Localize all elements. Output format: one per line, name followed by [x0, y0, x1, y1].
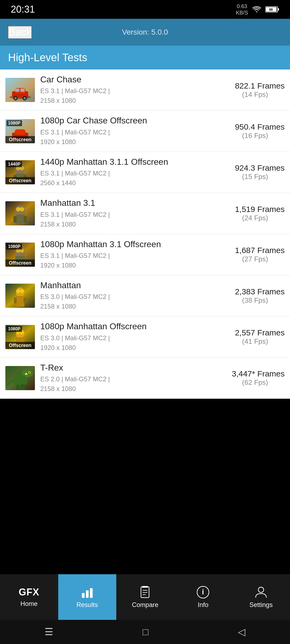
- test-info: 1080p Manhattan Offscreen ES 3.0 | Mali-…: [40, 321, 226, 352]
- test-result: 924.3 Frames (15 Fps): [226, 163, 285, 181]
- test-thumbnail: [5, 366, 35, 390]
- test-name: 1080p Car Chase Offscreen: [40, 115, 226, 126]
- compare-icon: [138, 586, 152, 599]
- result-fps: (24 Fps): [226, 214, 285, 222]
- list-item[interactable]: Manhattan 3.1 ES 3.1 | Mali-G57 MC2 |215…: [0, 193, 290, 234]
- section-title: High-Level Tests: [8, 52, 87, 63]
- nav-label-settings: Settings: [249, 601, 273, 609]
- result-frames: 2,383 Frames: [226, 287, 285, 296]
- test-info: Manhattan 3.1 ES 3.1 | Mali-G57 MC2 |215…: [40, 198, 226, 229]
- sys-back-button[interactable]: ◁: [238, 626, 245, 638]
- list-item[interactable]: 1080P Offscreen 1080p Manhattan 3.1 Offs…: [0, 234, 290, 275]
- nav-item-results[interactable]: Results: [58, 574, 116, 620]
- svg-rect-46: [14, 298, 17, 303]
- test-list: Car Chase ES 3.1 | Mali-G57 MC2 |2158 x …: [0, 69, 290, 399]
- svg-rect-62: [82, 593, 85, 598]
- result-frames: 924.3 Frames: [226, 163, 285, 173]
- result-fps: (38 Fps): [226, 296, 285, 305]
- svg-rect-34: [13, 216, 17, 223]
- test-info: Manhattan ES 3.0 | Mali-G57 MC2 |2158 x …: [40, 280, 226, 311]
- status-bar: 20:31 0.63KB/S 98: [0, 0, 290, 19]
- test-details: ES 3.1 | Mali-G57 MC2 |1920 x 1080: [40, 251, 226, 270]
- sys-home-button[interactable]: □: [143, 626, 148, 638]
- result-fps: (41 Fps): [226, 337, 285, 346]
- section-header: High-Level Tests: [0, 46, 290, 69]
- result-frames: 2,557 Frames: [226, 328, 285, 337]
- test-result: 822.1 Frames (14 Fps): [226, 81, 285, 99]
- results-icon: [81, 586, 94, 599]
- battery-icon: 98: [265, 6, 279, 13]
- nav-label-results: Results: [77, 601, 98, 609]
- test-thumbnail: [5, 201, 35, 225]
- svg-point-72: [258, 587, 264, 592]
- svg-text:i: i: [202, 588, 204, 596]
- svg-rect-35: [24, 216, 27, 223]
- test-name: 1440p Manhattan 3.1.1 Offscreen: [40, 157, 226, 167]
- sys-menu-button[interactable]: ☰: [45, 626, 53, 638]
- svg-rect-63: [86, 590, 89, 598]
- result-fps: (62 Fps): [226, 378, 285, 387]
- svg-point-57: [29, 372, 30, 373]
- nav-item-settings[interactable]: Settings: [232, 574, 290, 620]
- system-nav-bar: ☰ □ ◁: [0, 620, 290, 644]
- test-details: ES 3.1 | Mali-G57 MC2 |2158 x 1080: [40, 86, 226, 105]
- test-info: 1080p Car Chase Offscreen ES 3.1 | Mali-…: [40, 115, 226, 147]
- test-details: ES 3.1 | Mali-G57 MC2 |2158 x 1080: [40, 210, 226, 229]
- res-label: 1080P: [6, 326, 22, 332]
- nav-item-home[interactable]: GFX Home: [0, 574, 58, 620]
- status-icons: 0.63KB/S 98: [236, 3, 279, 16]
- speed-indicator: 0.63KB/S: [236, 3, 248, 16]
- svg-rect-43: [16, 296, 24, 307]
- nav-label-home: Home: [20, 600, 38, 608]
- list-item[interactable]: 1440P Offscreen 1440p Manhattan 3.1.1 Of…: [0, 152, 290, 193]
- nav-item-info[interactable]: i Info: [174, 574, 232, 620]
- test-name: Manhattan 3.1: [40, 198, 226, 208]
- res-label: 1080P: [6, 120, 22, 126]
- res-label: 1440P: [6, 161, 22, 167]
- result-frames: 1,519 Frames: [226, 205, 285, 214]
- test-result: 1,687 Frames (27 Fps): [226, 246, 285, 263]
- test-result: 2,557 Frames (41 Fps): [226, 328, 285, 346]
- svg-rect-17: [15, 129, 26, 135]
- svg-rect-60: [21, 384, 25, 390]
- header: Back Version: 5.0.0: [0, 19, 290, 46]
- info-icon: i: [196, 586, 210, 599]
- svg-rect-31: [15, 215, 25, 224]
- test-details: ES 2.0 | Mali-G57 MC2 |2158 x 1080: [40, 374, 226, 394]
- list-item[interactable]: Manhattan ES 3.0 | Mali-G57 MC2 |2158 x …: [0, 275, 290, 316]
- svg-rect-59: [16, 385, 20, 390]
- bottom-nav: GFX Home Results Compare i Info: [0, 574, 290, 620]
- svg-rect-64: [90, 588, 93, 598]
- svg-point-44: [16, 289, 20, 293]
- test-name: 1080p Manhattan Offscreen: [40, 321, 226, 331]
- test-details: ES 3.1 | Mali-G57 MC2 |1920 x 1080: [40, 127, 226, 147]
- result-frames: 950.4 Frames: [226, 122, 285, 131]
- offscreen-label: Offscreen: [5, 136, 35, 143]
- offscreen-label: Offscreen: [5, 177, 35, 184]
- back-button[interactable]: Back: [8, 26, 32, 39]
- result-frames: 822.1 Frames: [226, 81, 285, 90]
- svg-point-45: [20, 289, 24, 293]
- test-info: 1080p Manhattan 3.1 Offscreen ES 3.1 | M…: [40, 239, 226, 270]
- svg-point-9: [15, 97, 17, 99]
- svg-point-32: [16, 207, 20, 211]
- test-details: ES 3.1 | Mali-G57 MC2 |2560 x 1440: [40, 169, 226, 188]
- svg-rect-13: [20, 89, 25, 92]
- result-frames: 1,687 Frames: [226, 246, 285, 255]
- test-result: 950.4 Frames (16 Fps): [226, 122, 285, 140]
- nav-label-info: Info: [198, 601, 208, 609]
- list-item[interactable]: 1080P Offscreen 1080p Car Chase Offscree…: [0, 111, 290, 152]
- version-label: Version: 5.0.0: [122, 28, 168, 36]
- list-item[interactable]: Car Chase ES 3.1 | Mali-G57 MC2 |2158 x …: [0, 69, 290, 111]
- gfx-logo-text: GFX: [19, 587, 39, 598]
- svg-text:98: 98: [269, 8, 273, 12]
- test-thumbnail: 1080P Offscreen: [5, 243, 35, 267]
- test-result: 3,447* Frames (62 Fps): [226, 369, 285, 387]
- nav-item-compare[interactable]: Compare: [116, 574, 174, 620]
- list-item[interactable]: T-Rex ES 2.0 | Mali-G57 MC2 |2158 x 1080…: [0, 358, 290, 399]
- test-thumbnail: [5, 78, 35, 102]
- list-item[interactable]: 1080P Offscreen 1080p Manhattan Offscree…: [0, 316, 290, 357]
- test-info: Car Chase ES 3.1 | Mali-G57 MC2 |2158 x …: [40, 74, 226, 105]
- result-frames: 3,447* Frames: [226, 369, 285, 378]
- offscreen-label: Offscreen: [5, 259, 35, 267]
